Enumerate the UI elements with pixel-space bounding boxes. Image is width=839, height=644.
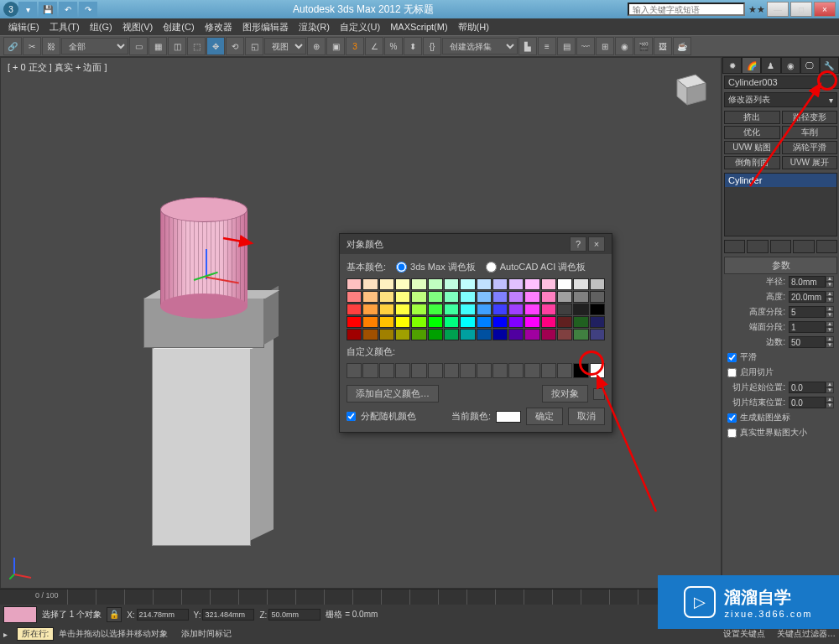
custom-swatch[interactable] (379, 363, 394, 378)
material-icon[interactable]: ◉ (615, 37, 633, 55)
keyfilter-button[interactable]: 关键点过滤器… (777, 628, 836, 640)
palette-swatch[interactable] (541, 278, 556, 290)
hseg-input[interactable] (789, 306, 826, 318)
palette-swatch[interactable] (444, 316, 459, 328)
palette-swatch[interactable] (362, 291, 378, 303)
schematic-icon[interactable]: ⊞ (596, 37, 614, 55)
help-search-input[interactable] (628, 3, 745, 16)
palette-swatch[interactable] (492, 304, 508, 315)
palette-swatch[interactable] (477, 291, 492, 303)
setkey-button[interactable]: 设置关键点 (723, 628, 765, 640)
palette-swatch[interactable] (395, 304, 410, 315)
select-name-icon[interactable]: ▦ (149, 37, 167, 55)
menu-modifiers[interactable]: 修改器 (200, 21, 237, 34)
palette-swatch[interactable] (541, 316, 556, 328)
custom-swatch[interactable] (524, 363, 539, 378)
tab-motion-icon[interactable]: ◉ (781, 57, 800, 74)
palette-swatch[interactable] (524, 278, 539, 290)
palette-swatch[interactable] (492, 329, 508, 340)
palette-swatch[interactable] (395, 278, 410, 290)
material-preview[interactable] (3, 606, 37, 623)
palette-swatch[interactable] (362, 304, 378, 315)
unlink-icon[interactable]: ✂ (23, 37, 41, 55)
palette-swatch[interactable] (557, 316, 572, 328)
mirror-icon[interactable]: ▙ (519, 37, 537, 55)
palette-swatch[interactable] (492, 278, 508, 290)
palette-swatch[interactable] (492, 316, 508, 328)
palette-swatch[interactable] (541, 291, 556, 303)
cseg-input[interactable] (789, 321, 826, 333)
custom-swatch[interactable] (477, 363, 492, 378)
cancel-button[interactable]: 取消 (568, 408, 605, 425)
menu-edit[interactable]: 编辑(E) (3, 21, 44, 34)
stack-show-icon[interactable] (747, 240, 768, 253)
rotate-icon[interactable]: ⟲ (226, 37, 244, 55)
mod-btn-turbosmooth[interactable]: 涡轮平滑 (782, 141, 838, 154)
radius-input[interactable] (789, 276, 826, 288)
palette-swatch[interactable] (590, 291, 605, 303)
palette-swatch[interactable] (590, 278, 605, 290)
dialog-close-button[interactable]: × (588, 236, 605, 252)
mod-btn-pathdeform[interactable]: 路径变形 (782, 111, 838, 124)
custom-swatch[interactable] (362, 363, 378, 378)
ok-button[interactable]: 确定 (526, 408, 563, 425)
align-icon[interactable]: ≡ (538, 37, 556, 55)
palette-swatch[interactable] (508, 329, 524, 340)
render-icon[interactable]: ☕ (673, 37, 691, 55)
palette-swatch[interactable] (444, 329, 459, 340)
mod-btn-bevelprofile[interactable]: 倒角剖面 (724, 156, 780, 169)
palette-swatch[interactable] (590, 316, 605, 328)
palette-swatch[interactable] (395, 291, 410, 303)
palette-swatch[interactable] (477, 304, 492, 315)
sides-input[interactable] (789, 336, 826, 348)
coord-z-input[interactable] (268, 609, 320, 621)
palette-swatch[interactable] (428, 278, 443, 290)
palette-swatch[interactable] (362, 278, 378, 290)
palette-swatch[interactable] (411, 316, 426, 328)
palette-swatch[interactable] (573, 329, 588, 340)
palette-swatch[interactable] (411, 278, 426, 290)
eyedropper-icon[interactable] (593, 388, 605, 400)
realworld-checkbox[interactable] (727, 428, 737, 438)
modifier-stack[interactable]: Cylinder (724, 173, 837, 236)
palette-swatch[interactable] (411, 329, 426, 340)
named-set-icon[interactable]: {} (423, 37, 441, 55)
palette-swatch[interactable] (444, 291, 459, 303)
palette-swatch[interactable] (347, 316, 362, 328)
sliceto-input[interactable] (789, 397, 826, 408)
palette-swatch[interactable] (541, 329, 556, 340)
stack-item-cylinder[interactable]: Cylinder (725, 174, 836, 187)
palette-swatch[interactable] (492, 291, 508, 303)
stack-config-icon[interactable] (816, 240, 837, 253)
palette-swatch[interactable] (524, 291, 539, 303)
palette-swatch[interactable] (557, 291, 572, 303)
stack-pin-icon[interactable] (724, 240, 745, 253)
palette-swatch[interactable] (477, 316, 492, 328)
palette-swatch[interactable] (573, 304, 588, 315)
menu-graph[interactable]: 图形编辑器 (237, 21, 294, 34)
menu-views[interactable]: 视图(V) (117, 21, 159, 34)
palette-swatch[interactable] (508, 278, 524, 290)
palette-swatch[interactable] (411, 304, 426, 315)
radius-dn[interactable]: ▼ (826, 282, 834, 288)
custom-swatch[interactable] (347, 363, 362, 378)
snap-icon[interactable]: 3 (346, 37, 364, 55)
named-set-select[interactable]: 创建选择集 (442, 38, 518, 55)
menu-help[interactable]: 帮助(H) (453, 21, 494, 34)
custom-swatch[interactable] (411, 363, 426, 378)
palette-swatch[interactable] (395, 329, 410, 340)
palette-swatch[interactable] (379, 329, 394, 340)
mod-btn-uvwunwrap[interactable]: UVW 展开 (782, 156, 838, 169)
custom-swatch[interactable] (444, 363, 459, 378)
height-input[interactable] (789, 291, 826, 303)
palette-swatch[interactable] (524, 329, 539, 340)
palette-swatch[interactable] (347, 278, 362, 290)
palette-swatch[interactable] (477, 329, 492, 340)
viewport-label[interactable]: [ + 0 正交 ] 真实 + 边面 ] (8, 61, 107, 74)
palette-swatch[interactable] (557, 304, 572, 315)
palette-swatch[interactable] (428, 316, 443, 328)
ref-coord-select[interactable]: 视图 (264, 38, 306, 55)
by-object-button[interactable]: 按对象 (542, 385, 588, 402)
mod-btn-optimize[interactable]: 优化 (724, 126, 780, 139)
palette-swatch[interactable] (460, 278, 475, 290)
